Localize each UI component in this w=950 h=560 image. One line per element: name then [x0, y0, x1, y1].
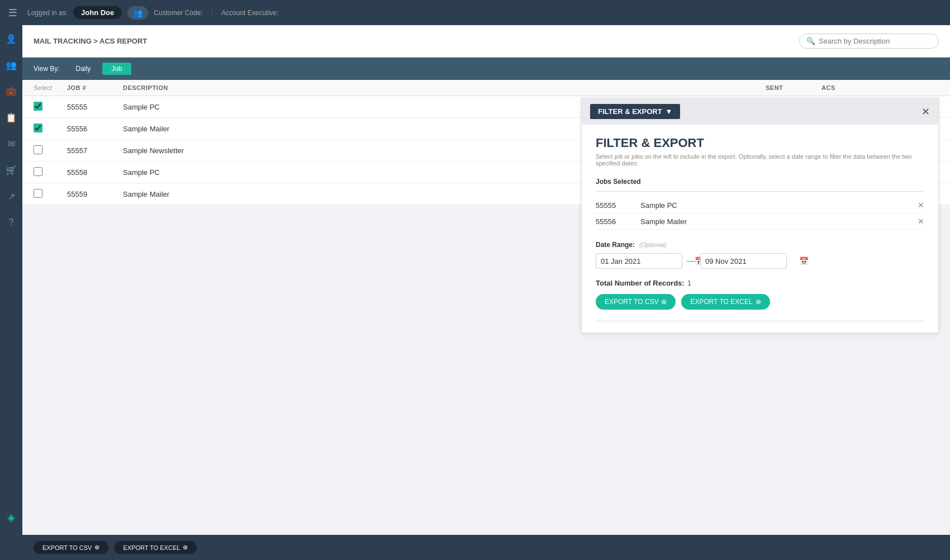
tab-daily[interactable]: Daily — [66, 63, 99, 75]
col-actions — [866, 84, 939, 91]
row-1-checkbox[interactable] — [34, 102, 42, 111]
row-4-job-num: 55558 — [67, 168, 123, 177]
arrow-sidebar-icon[interactable]: ↗ — [3, 188, 20, 205]
export-csv-label: EXPORT TO CSV — [605, 298, 658, 306]
total-records-value: 1 — [687, 279, 691, 287]
hamburger-icon[interactable]: ☰ — [8, 7, 17, 19]
col-acs: ACS — [821, 84, 866, 91]
nav-divider: | — [211, 8, 213, 17]
customer-code-label: Customer Code: — [154, 9, 202, 17]
row-3-job-num: 55557 — [67, 146, 123, 155]
filter-panel-body: FILTER & EXPORT Select job or jobs on th… — [582, 125, 938, 333]
calendar-to-icon[interactable]: 📅 — [799, 257, 809, 265]
date-from-wrapper: 📅 — [596, 253, 682, 269]
page-header: MAIL TRACKING > ACS REPORT 🔍 — [22, 25, 950, 58]
date-range-optional: (Optional) — [639, 241, 666, 248]
sidebar: 👤 👥 💼 📋 ✉ 🛒 ↗ ? ◈ — [0, 25, 22, 560]
filter-title: FILTER & EXPORT — [596, 136, 924, 150]
total-records-row: Total Number of Records: 1 — [596, 279, 924, 287]
date-range-label: Date Range: — [596, 241, 635, 249]
filter-icon: ▼ — [666, 107, 673, 116]
filter-bottom-divider — [596, 321, 924, 321]
filter-panel-header: FILTER & EXPORT ▼ ✕ — [582, 98, 938, 125]
export-excel-btn[interactable]: EXPORT TO EXCEL ⊕ — [681, 294, 770, 310]
account-executive-label: Account Executive: — [221, 9, 278, 17]
main-content: MAIL TRACKING > ACS REPORT 🔍 View By: Da… — [22, 25, 950, 560]
remove-job-2-btn[interactable]: ✕ — [918, 217, 924, 226]
date-to-input[interactable] — [705, 257, 799, 265]
user-badge: John Doe — [73, 6, 122, 19]
tab-job[interactable]: Job — [102, 63, 131, 75]
row-2-checkbox[interactable] — [34, 124, 42, 132]
col-sent: SENT — [766, 84, 821, 91]
remove-job-1-btn[interactable]: ✕ — [918, 201, 924, 210]
cart-sidebar-icon[interactable]: 🛒 — [3, 162, 20, 178]
export-buttons-row: EXPORT TO CSV ⊕ EXPORT TO EXCEL ⊕ — [596, 294, 924, 310]
export-csv-btn[interactable]: EXPORT TO CSV ⊕ — [596, 294, 676, 310]
col-job: JOB # — [67, 84, 123, 91]
selected-job-1: 55555 Sample PC ✕ — [596, 197, 924, 213]
date-dash: — — [687, 256, 696, 266]
document-sidebar-icon[interactable]: 📋 — [3, 110, 20, 126]
jobs-selected-label: Jobs Selected — [596, 178, 924, 186]
bottom-csv-icon: ⊕ — [94, 544, 99, 551]
row-3-checkbox[interactable] — [34, 145, 42, 154]
bottom-export-csv-btn[interactable]: EXPORT TO CSV ⊕ — [34, 541, 108, 554]
briefcase-sidebar-icon[interactable]: 💼 — [3, 83, 20, 99]
row-2-job-num: 55556 — [67, 125, 123, 133]
row-1-job-num: 55555 — [67, 103, 123, 111]
search-box: 🔍 — [799, 34, 939, 49]
user-sidebar-icon[interactable]: 👤 — [3, 31, 20, 47]
group-sidebar-icon[interactable]: 👥 — [3, 57, 20, 73]
date-from-input[interactable] — [601, 257, 695, 265]
close-filter-panel-btn[interactable]: ✕ — [922, 106, 930, 118]
bottom-export-excel-label: EXPORT TO EXCEL — [123, 544, 180, 551]
breadcrumb: MAIL TRACKING > ACS REPORT — [34, 37, 147, 45]
bottom-export-csv-label: EXPORT TO CSV — [42, 544, 92, 551]
search-icon: 🔍 — [806, 37, 815, 45]
date-inputs-row: 📅 — 📅 — [596, 253, 924, 269]
users-icon-btn[interactable]: 👥 — [127, 6, 148, 20]
question-sidebar-icon[interactable]: ? — [3, 215, 20, 230]
filter-header-title-text: FILTER & EXPORT — [598, 107, 662, 116]
selected-job-2: 55556 Sample Mailer ✕ — [596, 213, 924, 230]
export-excel-label: EXPORT TO EXCEL — [690, 298, 752, 306]
col-description: DESCRIPTION — [123, 84, 766, 91]
export-csv-icon: ⊕ — [661, 298, 667, 306]
jobs-divider — [596, 191, 924, 192]
total-records-label: Total Number of Records: — [596, 279, 685, 287]
mail-sidebar-icon[interactable]: ✉ — [3, 136, 20, 152]
selected-job-1-num: 55555 — [596, 201, 640, 210]
search-input[interactable] — [819, 37, 932, 45]
bottom-bar: EXPORT TO CSV ⊕ EXPORT TO EXCEL ⊕ — [22, 535, 950, 560]
row-5-checkbox[interactable] — [34, 189, 42, 198]
row-4-checkbox[interactable] — [34, 167, 42, 176]
selected-job-2-num: 55556 — [596, 217, 640, 226]
view-by-label: View By: — [34, 65, 59, 73]
selected-job-2-name: Sample Mailer — [640, 217, 918, 226]
logged-in-label: Logged in as: — [27, 9, 68, 17]
date-to-wrapper: 📅 — [700, 253, 787, 269]
selected-job-1-name: Sample PC — [640, 201, 918, 210]
table-header-row: Select JOB # DESCRIPTION SENT ACS — [22, 80, 950, 96]
date-range-row: Date Range: (Optional) — [596, 241, 924, 249]
export-excel-icon: ⊕ — [756, 298, 761, 306]
view-by-row: View By: Daily Job — [22, 58, 950, 80]
row-5-job-num: 55559 — [67, 190, 123, 198]
bottom-excel-icon: ⊕ — [183, 544, 188, 551]
filter-subtitle: Select job or jobs on the left to includ… — [596, 153, 924, 167]
filter-export-panel: FILTER & EXPORT ▼ ✕ FILTER & EXPORT Sele… — [581, 98, 939, 333]
bottom-export-excel-btn[interactable]: EXPORT TO EXCEL ⊕ — [114, 541, 197, 554]
col-select: Select — [34, 84, 67, 91]
layers-sidebar-icon[interactable]: ◈ — [3, 509, 20, 526]
filter-panel-header-title: FILTER & EXPORT ▼ — [590, 104, 680, 119]
